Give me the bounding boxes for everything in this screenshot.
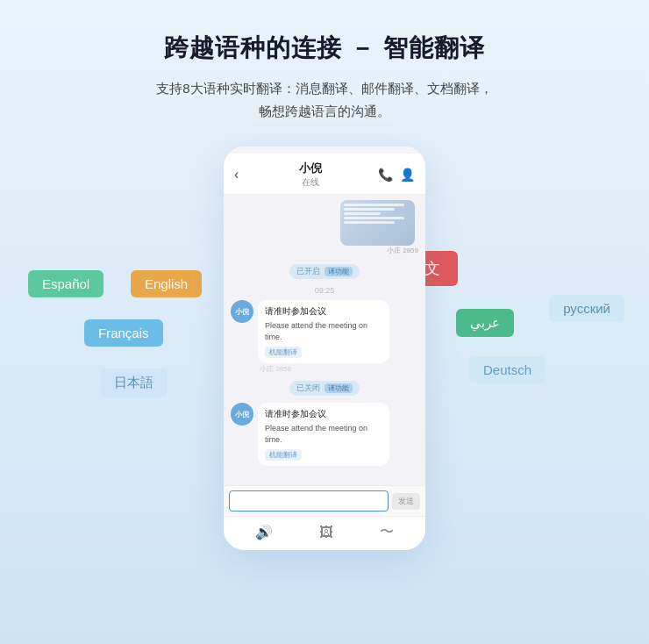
preview-line-4: [344, 217, 404, 219]
preview-image-row: 小庄 2859: [231, 200, 418, 255]
preview-line-5: [344, 221, 395, 224]
func-btn-open: 译功能: [324, 267, 353, 276]
preview-line-1: [344, 204, 404, 206]
func-btn-close: 译功能: [324, 383, 353, 393]
avatar-1: 小倪: [231, 300, 253, 323]
contact-name: 小倪: [242, 161, 378, 176]
microphone-icon[interactable]: 🔊: [255, 524, 273, 540]
call-icon[interactable]: 📞: [378, 168, 393, 182]
page-wrapper: 跨越语种的连接 － 智能翻译 支持8大语种实时翻译：消息翻译、邮件翻译、文档翻译…: [0, 0, 649, 644]
chat-msg-row-1: 小倪 请准时参加会议 Please attend the meeting on …: [231, 300, 418, 374]
image-icon[interactable]: 🖼: [319, 525, 333, 540]
chat-bubble-2: 请准时参加会议 Please attend the meeting on tim…: [258, 403, 389, 466]
language-tag-japanese: 日本語: [100, 369, 168, 397]
chat-bubble-1: 请准时参加会议 Please attend the meeting on tim…: [258, 300, 389, 363]
translate-label-1: 机能翻译: [265, 347, 302, 358]
contact-status: 在线: [242, 176, 378, 189]
system-badge-open: 已开启 译功能: [289, 264, 360, 279]
phone-input-bar: 发送: [224, 485, 425, 516]
back-icon[interactable]: ‹: [234, 167, 239, 182]
language-tag-english: English: [131, 270, 202, 297]
language-tag-francais: Français: [84, 319, 163, 347]
send-button[interactable]: 发送: [392, 493, 420, 510]
language-tag-russian: русский: [549, 295, 624, 322]
chat-msg-row-2: 小倪 请准时参加会议 Please attend the meeting on …: [231, 403, 418, 466]
bubble-container-2: 请准时参加会议 Please attend the meeting on tim…: [258, 403, 389, 466]
preview-line-3: [344, 212, 381, 215]
main-title: 跨越语种的连接 － 智能翻译: [164, 32, 485, 65]
phone-mockup: ‹ 小倪 在线 📞 👤: [224, 147, 425, 550]
system-msg-open: 已开启 译功能: [231, 264, 418, 279]
phone-status-bar: [224, 147, 425, 154]
phone-chat: 小庄 2859 已开启 译功能 09:25 小倪 请准时参加会议: [224, 195, 425, 485]
bubble-text-main-2: 请准时参加会议: [265, 408, 382, 420]
preview-line-2: [344, 208, 395, 211]
chat-preview-image: [340, 200, 415, 246]
language-tag-espanol: Español: [28, 270, 103, 297]
bubble-text-main-1: 请准时参加会议: [265, 305, 382, 318]
bubble-container-1: 请准时参加会议 Please attend the meeting on tim…: [258, 300, 389, 374]
system-badge-close: 已关闭 译功能: [289, 381, 360, 396]
preview-container: 小庄 2859: [340, 200, 418, 255]
translate-label-2: 机能翻译: [265, 449, 302, 461]
bubble-text-translated-1: Please attend the meeting on time.: [265, 320, 382, 342]
system-msg-close: 已关闭 译功能: [231, 381, 418, 396]
avatar-2: 小倪: [231, 403, 253, 426]
preview-timestamp: 小庄 2859: [340, 246, 418, 255]
language-tag-deutsch: Deutsch: [469, 356, 546, 383]
chat-timestamp-1: 09:25: [231, 286, 418, 295]
phone-bottom-bar: 🔊 🖼 〜: [224, 516, 425, 550]
subtitle: 支持8大语种实时翻译：消息翻译、邮件翻译、文档翻译， 畅想跨越语言的沟通。: [156, 77, 492, 122]
bubble-text-translated-2: Please attend the meeting on time.: [265, 423, 382, 445]
chat-input[interactable]: [229, 490, 389, 512]
profile-icon[interactable]: 👤: [400, 168, 415, 182]
language-tag-arabic: عربي: [456, 309, 514, 337]
phone-header: ‹ 小倪 在线 📞 👤: [224, 154, 425, 195]
msg-timestamp-1: 小庄 2859: [258, 364, 389, 374]
header-center: 小倪 在线: [242, 161, 378, 189]
curve-icon[interactable]: 〜: [380, 523, 394, 541]
